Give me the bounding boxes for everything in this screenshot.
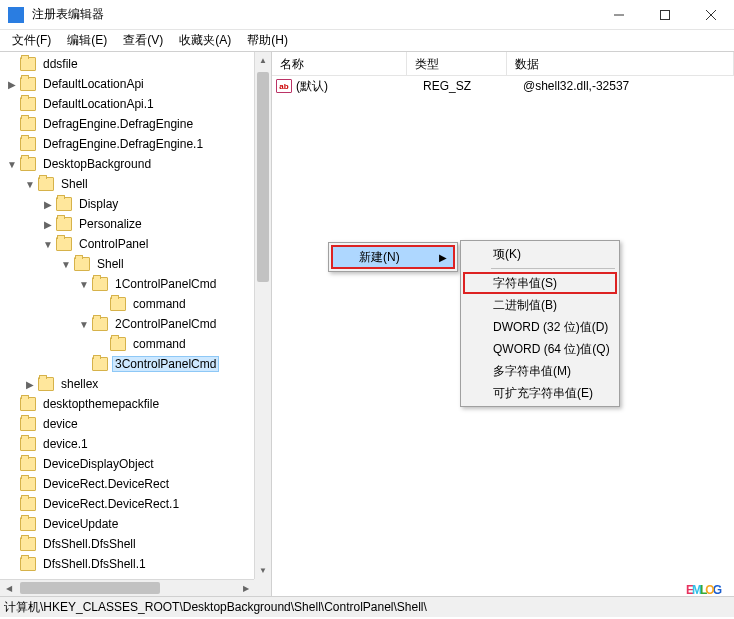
ctx-expand-string-value[interactable]: 可扩充字符串值(E)	[463, 382, 617, 404]
folder-icon	[56, 217, 72, 231]
main-area: ▶ddsfile▶DefaultLocationApi▶DefaultLocat…	[0, 52, 734, 597]
tree-item-label: Shell	[94, 256, 127, 272]
menu-separator	[491, 268, 615, 269]
ctx-multi-string-value[interactable]: 多字符串值(M)	[463, 360, 617, 382]
tree-item-label: command	[130, 296, 189, 312]
folder-icon	[20, 557, 36, 571]
window-buttons	[596, 0, 734, 29]
cell-data: @shell32.dll,-32537	[523, 79, 734, 93]
chevron-down-icon[interactable]: ▼	[76, 319, 92, 330]
scroll-down-icon[interactable]: ▼	[255, 562, 271, 579]
list-row[interactable]: ab (默认) REG_SZ @shell32.dll,-32537	[272, 76, 734, 96]
tree-item[interactable]: ▶DefaultLocationApi	[0, 74, 271, 94]
tree-item[interactable]: ▶device	[0, 414, 271, 434]
list-body[interactable]: ab (默认) REG_SZ @shell32.dll,-32537 新建(N)…	[272, 76, 734, 596]
tree-item[interactable]: ▶DeviceRect.DeviceRect	[0, 474, 271, 494]
ctx-qword-value[interactable]: QWORD (64 位)值(Q)	[463, 338, 617, 360]
tree-item[interactable]: ▶DfsShell.DfsShell	[0, 534, 271, 554]
tree-item[interactable]: ▼Shell	[0, 174, 271, 194]
tree-item[interactable]: ▶command	[0, 334, 271, 354]
tree-item[interactable]: ▼ControlPanel	[0, 234, 271, 254]
maximize-button[interactable]	[642, 0, 688, 29]
tree-item[interactable]: ▶DefragEngine.DefragEngine	[0, 114, 271, 134]
col-name[interactable]: 名称	[272, 52, 407, 75]
ctx-string-value[interactable]: 字符串值(S)	[463, 272, 617, 294]
tree-item-label: DeviceDisplayObject	[40, 456, 157, 472]
tree-item-label: DeviceRect.DeviceRect	[40, 476, 172, 492]
tree-item[interactable]: ▶DfsShell.DfsShell.1	[0, 554, 271, 574]
ctx-new-item[interactable]: 新建(N) ▶	[331, 245, 455, 269]
tree-item-label: DefaultLocationApi.1	[40, 96, 157, 112]
tree-scrollbar-horizontal[interactable]: ◀ ▶	[0, 579, 254, 596]
minimize-button[interactable]	[596, 0, 642, 29]
scroll-corner	[254, 579, 271, 596]
chevron-right-icon[interactable]: ▶	[22, 379, 38, 390]
ctx-key[interactable]: 项(K)	[463, 243, 617, 265]
folder-icon	[56, 197, 72, 211]
folder-icon	[20, 57, 36, 71]
close-button[interactable]	[688, 0, 734, 29]
tree-item-label: 1ControlPanelCmd	[112, 276, 219, 292]
chevron-right-icon[interactable]: ▶	[4, 79, 20, 90]
tree-item-label: device	[40, 416, 81, 432]
tree-item[interactable]: ▶device.1	[0, 434, 271, 454]
chevron-down-icon[interactable]: ▼	[4, 159, 20, 170]
folder-icon	[110, 337, 126, 351]
tree-item[interactable]: ▼1ControlPanelCmd	[0, 274, 271, 294]
tree-item[interactable]: ▶ddsfile	[0, 54, 271, 74]
menu-file[interactable]: 文件(F)	[4, 30, 59, 51]
tree-item[interactable]: ▶DeviceDisplayObject	[0, 454, 271, 474]
folder-icon	[20, 137, 36, 151]
folder-icon	[38, 177, 54, 191]
menu-view[interactable]: 查看(V)	[115, 30, 171, 51]
chevron-right-icon[interactable]: ▶	[40, 219, 56, 230]
tree-item-label: DefragEngine.DefragEngine	[40, 116, 196, 132]
folder-icon	[92, 357, 108, 371]
chevron-down-icon[interactable]: ▼	[40, 239, 56, 250]
ctx-binary-value[interactable]: 二进制值(B)	[463, 294, 617, 316]
tree-item[interactable]: ▶Display	[0, 194, 271, 214]
scroll-right-icon[interactable]: ▶	[237, 580, 254, 596]
ctx-dword-value[interactable]: DWORD (32 位)值(D)	[463, 316, 617, 338]
scroll-up-icon[interactable]: ▲	[255, 52, 271, 69]
folder-icon	[20, 477, 36, 491]
menu-edit[interactable]: 编辑(E)	[59, 30, 115, 51]
folder-icon	[38, 377, 54, 391]
tree-item-label: ddsfile	[40, 56, 81, 72]
tree-item[interactable]: ▶DefaultLocationApi.1	[0, 94, 271, 114]
menu-help[interactable]: 帮助(H)	[239, 30, 296, 51]
tree-item-label: desktopthemepackfile	[40, 396, 162, 412]
tree-item[interactable]: ▼2ControlPanelCmd	[0, 314, 271, 334]
tree-item[interactable]: ▶DeviceUpdate	[0, 514, 271, 534]
tree[interactable]: ▶ddsfile▶DefaultLocationApi▶DefaultLocat…	[0, 52, 271, 596]
scroll-thumb-v[interactable]	[257, 72, 269, 282]
regedit-icon	[8, 7, 24, 23]
tree-item[interactable]: ▶desktopthemepackfile	[0, 394, 271, 414]
tree-item[interactable]: ▶Personalize	[0, 214, 271, 234]
col-type[interactable]: 类型	[407, 52, 507, 75]
tree-item[interactable]: ▼DesktopBackground	[0, 154, 271, 174]
chevron-down-icon[interactable]: ▼	[58, 259, 74, 270]
menu-favorites[interactable]: 收藏夹(A)	[171, 30, 239, 51]
tree-item-label: DeviceRect.DeviceRect.1	[40, 496, 182, 512]
tree-item[interactable]: ▶3ControlPanelCmd	[0, 354, 271, 374]
tree-item[interactable]: ▶DefragEngine.DefragEngine.1	[0, 134, 271, 154]
status-path: 计算机\HKEY_CLASSES_ROOT\DesktopBackground\…	[4, 599, 427, 616]
tree-item-label: shellex	[58, 376, 101, 392]
cell-type: REG_SZ	[423, 79, 523, 93]
window-title: 注册表编辑器	[32, 6, 596, 23]
col-data[interactable]: 数据	[507, 52, 734, 75]
chevron-right-icon[interactable]: ▶	[40, 199, 56, 210]
string-value-icon: ab	[276, 79, 292, 93]
scroll-left-icon[interactable]: ◀	[0, 580, 17, 596]
tree-scrollbar-vertical[interactable]: ▲ ▼	[254, 52, 271, 579]
tree-item[interactable]: ▼Shell	[0, 254, 271, 274]
tree-item[interactable]: ▶command	[0, 294, 271, 314]
scroll-thumb-h[interactable]	[20, 582, 160, 594]
chevron-down-icon[interactable]: ▼	[76, 279, 92, 290]
tree-item[interactable]: ▶DeviceRect.DeviceRect.1	[0, 494, 271, 514]
tree-item[interactable]: ▶shellex	[0, 374, 271, 394]
list-header: 名称 类型 数据	[272, 52, 734, 76]
chevron-down-icon[interactable]: ▼	[22, 179, 38, 190]
context-menu-new: 新建(N) ▶	[328, 242, 458, 272]
